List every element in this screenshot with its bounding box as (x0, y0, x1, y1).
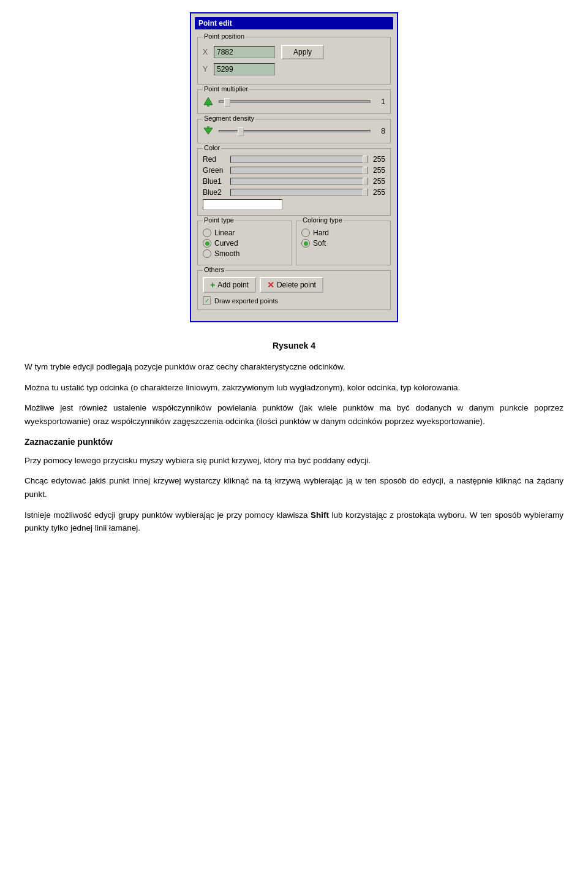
dialog-title: Point edit (195, 17, 393, 29)
color-label: Color (203, 144, 221, 151)
y-input[interactable] (214, 63, 275, 75)
body-text: W tym trybie edycji podlegają pozycje pu… (24, 360, 564, 542)
section-heading: Zaznaczanie punktów (24, 435, 564, 449)
color-group: Color Red 255 Green 255 Blue1 (197, 148, 391, 216)
paragraph6-start: Istnieje możliwość edycji grupy punktów … (24, 510, 311, 520)
red-value: 255 (368, 155, 385, 164)
density-icon (203, 126, 214, 137)
svg-rect-1 (207, 105, 209, 107)
apply-button[interactable]: Apply (281, 45, 324, 59)
green-value: 255 (368, 166, 385, 175)
delete-point-label: Delete point (277, 281, 316, 289)
blue2-label: Blue2 (203, 188, 230, 197)
paragraph6: Istnieje możliwość edycji grupy punktów … (24, 509, 564, 535)
green-label: Green (203, 166, 230, 175)
add-point-label: Add point (217, 281, 249, 289)
paragraph3: Możliwe jest również ustalenie współczyn… (24, 401, 564, 428)
coloring-type-group: Coloring type Hard Soft (296, 221, 391, 265)
blue2-value: 255 (368, 188, 385, 197)
radio-hard[interactable] (301, 229, 310, 237)
segment-density-group: Segment density 8 (197, 119, 391, 143)
linear-label: Linear (214, 229, 235, 237)
density-value: 8 (373, 127, 385, 135)
type-groups: Point type Linear Curved Smooth (197, 221, 391, 265)
draw-exported-label: Draw exported points (214, 297, 278, 305)
radio-curved[interactable] (203, 239, 211, 248)
point-position-group: Point position X Apply Y (197, 37, 391, 85)
blue2-slider[interactable] (230, 189, 368, 196)
paragraph6-bold: Shift (311, 510, 329, 520)
others-label: Others (203, 266, 225, 273)
paragraph4: Przy pomocy lewego przycisku myszy wybie… (24, 454, 564, 468)
x-input[interactable] (214, 46, 275, 58)
others-group: Others + Add point ✕ Delete point ✓ Draw… (197, 270, 391, 310)
draw-exported-checkbox[interactable]: ✓ (203, 297, 211, 305)
figure-caption: Rysunek 4 (273, 341, 315, 350)
green-slider[interactable] (230, 167, 368, 174)
y-label: Y (203, 65, 214, 74)
segment-density-label: Segment density (203, 115, 255, 122)
svg-marker-0 (204, 97, 213, 105)
blue1-label: Blue1 (203, 177, 230, 186)
multiplier-icon (203, 96, 214, 107)
blue1-slider[interactable] (230, 178, 368, 185)
radio-smooth[interactable] (203, 249, 211, 258)
density-slider[interactable] (219, 130, 371, 132)
point-type-label: Point type (203, 216, 235, 224)
point-multiplier-group: Point multiplier 1 (197, 89, 391, 114)
curved-label: Curved (214, 239, 238, 248)
point-multiplier-label: Point multiplier (203, 85, 249, 93)
color-preview-box (203, 199, 282, 210)
red-label: Red (203, 155, 230, 164)
delete-point-button[interactable]: ✕ Delete point (260, 277, 323, 293)
x-label: X (203, 48, 214, 56)
radio-linear[interactable] (203, 229, 211, 237)
multiplier-slider[interactable] (219, 100, 371, 103)
soft-label: Soft (313, 239, 326, 248)
plus-icon: + (210, 280, 215, 290)
svg-marker-2 (204, 128, 213, 134)
radio-soft[interactable] (301, 239, 310, 248)
blue1-value: 255 (368, 177, 385, 186)
multiplier-value: 1 (373, 97, 385, 106)
smooth-label: Smooth (214, 249, 239, 258)
svg-rect-3 (207, 126, 209, 128)
point-position-label: Point position (203, 32, 246, 40)
x-icon: ✕ (267, 280, 274, 290)
hard-label: Hard (313, 229, 329, 237)
draw-exported-row: ✓ Draw exported points (203, 297, 385, 305)
red-slider[interactable] (230, 156, 368, 163)
paragraph2: Można tu ustalić typ odcinka (o charakte… (24, 381, 564, 395)
paragraph1: W tym trybie edycji podlegają pozycje pu… (24, 360, 564, 374)
coloring-type-label: Coloring type (301, 216, 344, 224)
paragraph5: Chcąc edytować jakiś punkt innej krzywej… (24, 474, 564, 501)
point-type-group: Point type Linear Curved Smooth (197, 221, 292, 265)
point-edit-dialog: Point edit Point position X Apply Y (190, 12, 398, 322)
add-point-button[interactable]: + Add point (203, 277, 256, 293)
